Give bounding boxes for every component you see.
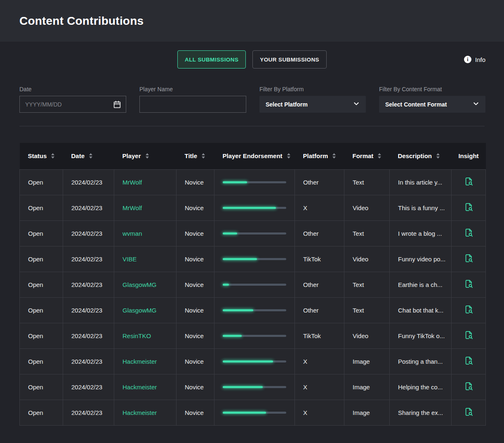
platform-select-value: Select Platform (266, 101, 308, 108)
insight-cell (452, 220, 486, 246)
column-header-status[interactable]: Status (20, 143, 63, 169)
player-link[interactable]: Hackmeister (114, 348, 177, 374)
player-name-input[interactable] (139, 96, 246, 113)
insight-button[interactable] (464, 407, 473, 417)
endorsement-bar-fill (223, 181, 247, 183)
format-cell: Image (344, 400, 390, 425)
table-body: Open 2024/02/23 MrWolf Novice Other Text… (20, 169, 486, 425)
insight-button[interactable] (464, 305, 473, 314)
player-link[interactable]: GlasgowMG (114, 272, 177, 297)
description-cell: Funny TikTok o... (390, 323, 452, 348)
player-link[interactable]: Hackmeister (114, 374, 177, 400)
sort-arrows-icon (146, 153, 149, 159)
info-icon: i (464, 56, 471, 63)
title-cell: Novice (177, 323, 214, 348)
platform-select[interactable]: Select Platform (259, 96, 366, 113)
column-header-title[interactable]: Title (177, 143, 214, 169)
date-cell: 2024/02/23 (63, 220, 114, 246)
submissions-table-wrap: Status Date Player Title Player Endorsem… (19, 143, 485, 426)
platform-cell: Other (295, 220, 344, 246)
endorsement-bar (223, 207, 286, 209)
content-format-filter-label: Filter By Content Format (379, 86, 485, 92)
tabs-row: ALL SUBMISSIONS YOUR SUBMISSIONS i Info (0, 50, 504, 69)
endorsement-bar (223, 181, 286, 183)
column-label: Player (122, 152, 141, 159)
column-header-player[interactable]: Player (114, 143, 177, 169)
tab-all-submissions[interactable]: ALL SUBMISSIONS (177, 50, 246, 69)
column-header-platform[interactable]: Platform (295, 143, 344, 169)
column-header-player-endorsement[interactable]: Player Endorsement (214, 143, 295, 169)
sort-arrows-icon (51, 153, 54, 159)
calendar-icon[interactable] (113, 100, 122, 109)
player-link[interactable]: GlasgowMG (114, 297, 177, 323)
date-cell: 2024/02/23 (63, 323, 114, 348)
sort-arrows-icon (287, 153, 290, 159)
player-link[interactable]: MrWolf (114, 195, 177, 220)
column-label: Date (71, 152, 85, 159)
format-cell: Video (344, 246, 390, 272)
insight-button[interactable] (464, 381, 473, 391)
endorsement-bar (223, 386, 286, 388)
endorsement-cell (214, 246, 295, 272)
tab-your-submissions[interactable]: YOUR SUBMISSIONS (252, 50, 327, 69)
endorsement-bar-fill (223, 360, 273, 362)
submissions-table: Status Date Player Title Player Endorsem… (19, 143, 486, 426)
description-cell: This is a funny ... (390, 195, 452, 220)
date-input[interactable] (19, 96, 126, 113)
column-header-format[interactable]: Format (344, 143, 390, 169)
column-label: Insight (458, 152, 478, 159)
column-header-insight: Insight (452, 143, 486, 169)
document-search-icon (464, 228, 473, 237)
format-cell: Image (344, 374, 390, 400)
insight-cell (452, 400, 486, 425)
column-header-date[interactable]: Date (63, 143, 114, 169)
document-search-icon (464, 407, 473, 417)
info-button[interactable]: i Info (464, 56, 485, 63)
content-format-select[interactable]: Select Content Format (379, 96, 485, 113)
chevron-down-icon (473, 100, 479, 109)
endorsement-cell (214, 400, 295, 425)
endorsement-bar (223, 258, 286, 260)
insight-cell (452, 272, 486, 297)
column-header-description[interactable]: Description (390, 143, 452, 169)
info-label: Info (475, 56, 485, 63)
table-row: Open 2024/02/23 GlasgowMG Novice Other T… (20, 272, 486, 297)
sort-arrows-icon (202, 153, 205, 159)
endorsement-bar-fill (223, 412, 266, 414)
player-link[interactable]: MrWolf (114, 169, 177, 195)
insight-button[interactable] (464, 228, 473, 237)
insight-button[interactable] (464, 356, 473, 365)
platform-filter-label: Filter By Platform (259, 86, 366, 92)
endorsement-bar (223, 412, 286, 414)
player-link[interactable]: ResinTKO (114, 323, 177, 348)
player-link[interactable]: wvman (114, 220, 177, 246)
status-cell: Open (20, 220, 63, 246)
platform-cell: X (295, 400, 344, 425)
title-cell: Novice (177, 169, 214, 195)
table-row: Open 2024/02/23 MrWolf Novice Other Text… (20, 169, 486, 195)
insight-button[interactable] (464, 330, 473, 340)
table-row: Open 2024/02/23 GlasgowMG Novice Other T… (20, 297, 486, 323)
insight-button[interactable] (464, 177, 473, 186)
platform-filter: Filter By Platform Select Platform (259, 86, 366, 113)
endorsement-bar (223, 335, 286, 337)
format-cell: Video (344, 195, 390, 220)
content-format-select-value: Select Content Format (385, 101, 447, 108)
insight-button[interactable] (464, 253, 473, 263)
column-label: Platform (303, 152, 328, 159)
status-cell: Open (20, 374, 63, 400)
player-link[interactable]: Hackmeister (114, 400, 177, 425)
endorsement-cell (214, 323, 295, 348)
format-cell: Text (344, 169, 390, 195)
platform-cell: TikTok (295, 323, 344, 348)
insight-button[interactable] (464, 202, 473, 212)
column-label: Status (28, 152, 47, 159)
chevron-down-icon (353, 100, 360, 109)
player-link[interactable]: VIBE (114, 246, 177, 272)
date-cell: 2024/02/23 (63, 272, 114, 297)
insight-button[interactable] (464, 279, 473, 289)
document-search-icon (464, 305, 473, 314)
status-cell: Open (20, 323, 63, 348)
table-row: Open 2024/02/23 ResinTKO Novice TikTok V… (20, 323, 486, 348)
platform-cell: Other (295, 169, 344, 195)
